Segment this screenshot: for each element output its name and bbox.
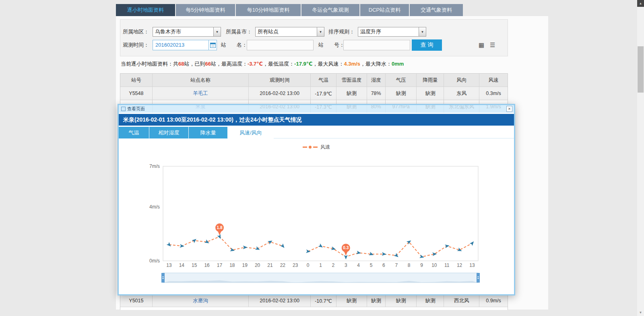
rainfall: 缺测 — [417, 295, 444, 307]
tab-label: 气温 — [129, 129, 139, 136]
svg-text:1: 1 — [319, 262, 322, 268]
grid-view-icon[interactable]: ▦ — [479, 41, 484, 49]
legend-dot-icon — [309, 146, 312, 149]
sort-select[interactable]: 温度升序 ▼ — [358, 27, 426, 37]
legend-dash — [313, 147, 318, 148]
obs-time: 2016-02-02 13:00 — [249, 87, 311, 100]
filter-panel: 所属地区： 乌鲁木齐市 ▼ 所属县市： 所有站点 ▼ 排序规则： 温度升序 ▼ … — [120, 19, 508, 56]
region-label: 所属地区： — [123, 27, 149, 37]
humidity: 78% — [367, 87, 386, 100]
col-header: 站点名称 — [153, 74, 249, 87]
col-header: 站号 — [120, 74, 153, 87]
tab-humidity[interactable]: 相对湿度 — [149, 127, 188, 138]
svg-text:0: 0 — [307, 262, 310, 268]
calendar-button[interactable] — [209, 40, 217, 50]
pressure: 缺测 — [386, 87, 417, 100]
tab-label: 交通气象资料 — [421, 6, 452, 14]
tab-winter-games-obs[interactable]: 冬运会气象观测 — [301, 4, 359, 16]
tab-traffic-weather[interactable]: 交通气象资料 — [410, 4, 463, 16]
total-stations: 68 — [178, 61, 184, 67]
station-id-input[interactable] — [343, 40, 410, 50]
col-header: 气温 — [311, 74, 336, 87]
svg-text:4: 4 — [357, 262, 360, 268]
scrollbar-thumb[interactable] — [638, 46, 644, 93]
legend-label: 风速 — [320, 144, 330, 151]
svg-text:16: 16 — [204, 262, 210, 268]
dialog-titlebar[interactable]: 查看页面 × — [119, 105, 514, 113]
col-header: 风向 — [444, 74, 479, 87]
wind-dir: 西北风 — [444, 295, 479, 307]
svg-text:19: 19 — [242, 262, 248, 268]
window-icon — [121, 107, 126, 111]
scroll-up-icon[interactable]: ▲ — [637, 0, 644, 7]
col-header: 观测时间 — [249, 74, 311, 87]
min-temp: -17.9℃ — [294, 61, 312, 67]
list-view-icon[interactable]: ☰ — [490, 41, 495, 49]
chevron-down-icon: ▼ — [317, 27, 324, 36]
tab-precipitation[interactable]: 降水量 — [189, 127, 227, 138]
tab-label: 逐小时地面资料 — [127, 6, 164, 14]
obs-time-value: 2016020213 — [155, 42, 184, 48]
arrived-stations: 66 — [205, 61, 211, 67]
tab-hourly-ground-data[interactable]: 逐小时地面资料 — [116, 4, 175, 16]
col-header: 降雨量 — [417, 74, 444, 87]
station-name-label: 站 名： — [221, 40, 247, 50]
table-row: Y5548 羊毛工 2016-02-02 13:00 -17.9℃ 缺测 78%… — [120, 87, 508, 100]
tab-10min-ground-data[interactable]: 每10分钟地面资料 — [236, 4, 301, 16]
sort-label: 排序规则： — [328, 27, 355, 37]
temperature: -10.7℃ — [311, 295, 336, 307]
region-select-value: 乌鲁木齐市 — [153, 27, 213, 36]
humidity: 缺测 — [367, 295, 386, 307]
query-button[interactable]: 查 询 — [412, 39, 442, 51]
chevron-down-icon: ▼ — [419, 27, 426, 36]
obs-time: 2016-02-02 13:00 — [249, 295, 311, 307]
col-header: 雪面温度 — [336, 74, 367, 87]
svg-text:0.3: 0.3 — [343, 246, 349, 250]
wind-dir: 东风 — [444, 87, 479, 100]
scroll-down-icon[interactable]: ▼ — [637, 309, 644, 316]
station-name-link[interactable]: 水磨沟 — [153, 295, 249, 307]
tab-dcp-stations[interactable]: DCP站点资料 — [360, 4, 409, 16]
region-select[interactable]: 乌鲁木齐市 ▼ — [153, 27, 221, 37]
wind-speed-chart[interactable]: 0m/s4m/s7m/s1314151617181920212223012345… — [119, 153, 514, 292]
county-select[interactable]: 所有站点 ▼ — [255, 27, 324, 37]
station-name-input[interactable] — [247, 40, 314, 50]
svg-text:3: 3 — [345, 262, 347, 268]
obs-time-input[interactable]: 2016020213 — [153, 40, 209, 50]
chart-legend[interactable]: 风速 — [119, 144, 514, 150]
station-name-link[interactable]: 羊毛工 — [153, 87, 249, 100]
page-scrollbar[interactable]: ▲ ▼ — [637, 0, 644, 316]
dialog-title: 查看页面 — [127, 106, 506, 112]
svg-text:11: 11 — [444, 262, 450, 268]
station-id-label: 站 号： — [318, 40, 345, 50]
svg-text:8: 8 — [408, 262, 411, 268]
svg-text:23: 23 — [293, 262, 298, 268]
svg-text:22: 22 — [280, 262, 286, 268]
wind-speed: 0.9m/s — [479, 295, 508, 307]
svg-text:13: 13 — [166, 262, 172, 268]
tab-temperature[interactable]: 气温 — [119, 127, 149, 138]
main-tab-bar: 逐小时地面资料 每5分钟地面资料 每10分钟地面资料 冬运会气象观测 DCP站点… — [116, 4, 464, 16]
svg-text:4m/s: 4m/s — [149, 204, 160, 210]
chart-tab-bar: 气温 相对湿度 降水量 风速/风向 — [119, 127, 514, 138]
partial-next-row — [120, 307, 508, 310]
svg-text:6: 6 — [382, 262, 385, 268]
svg-text:21: 21 — [267, 262, 273, 268]
chevron-down-icon: ▼ — [213, 27, 221, 36]
close-icon[interactable]: × — [506, 106, 512, 112]
tab-wind[interactable]: 风速/风向 — [228, 127, 274, 139]
svg-text:5: 5 — [370, 262, 373, 268]
col-header: 风速 — [479, 74, 508, 87]
table-row: Y5015 水磨沟 2016-02-02 13:00 -10.7℃ 缺测 缺测 … — [120, 295, 508, 307]
sort-select-value: 温度升序 — [358, 27, 419, 36]
tab-5min-ground-data[interactable]: 每5分钟地面资料 — [176, 4, 235, 16]
svg-text:18: 18 — [229, 262, 235, 268]
svg-text:7: 7 — [395, 262, 398, 268]
max-rain: 0mm — [392, 61, 404, 67]
tab-label: 冬运会气象观测 — [312, 6, 349, 14]
col-header: 气压 — [386, 74, 417, 87]
svg-text:10: 10 — [431, 262, 437, 268]
svg-text:15: 15 — [192, 262, 197, 268]
table-header-row: 站号 站点名称 观测时间 气温 雪面温度 湿度 气压 降雨量 风向 风速 — [120, 74, 508, 87]
svg-text:14: 14 — [179, 262, 185, 268]
